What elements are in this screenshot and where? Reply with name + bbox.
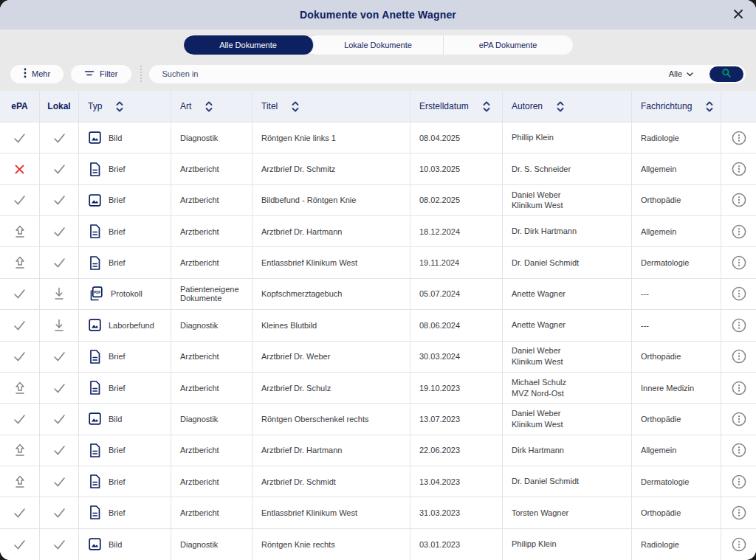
filter-button-label: Filter — [100, 69, 117, 78]
tab-alle-dokumente[interactable]: Alle Dokumente — [184, 35, 314, 55]
typ-cell: Bild — [79, 529, 171, 560]
check-icon — [52, 257, 66, 269]
typ-label: Bild — [109, 415, 122, 424]
more-button[interactable]: Mehr — [10, 65, 63, 83]
table-row[interactable]: BildDiagnostikRöntgen Knie links 108.04.… — [0, 122, 756, 153]
row-actions-button[interactable] — [731, 255, 747, 271]
sort-chevrons-icon[interactable] — [291, 100, 300, 113]
table-row[interactable]: BriefArztberichtEntlassbrief Klinikum We… — [0, 247, 756, 278]
typ-label: Bild — [109, 134, 122, 142]
row-actions-button[interactable] — [731, 317, 747, 333]
row-actions-button[interactable] — [731, 286, 747, 302]
search-field-container: Alle — [149, 65, 746, 83]
autoren-cell: Daniel WeberKlinikum West — [503, 185, 632, 216]
row-actions-button[interactable] — [731, 536, 747, 553]
autor-line: Dr. Daniel Schmidt — [512, 476, 579, 487]
autor-line: Klinikum West — [512, 356, 563, 367]
search-input[interactable] — [162, 69, 669, 78]
row-actions-button[interactable] — [731, 474, 747, 490]
search-scope-dropdown[interactable]: Alle — [669, 69, 693, 78]
row-actions-button[interactable] — [731, 130, 747, 146]
sort-chevrons-icon[interactable] — [205, 100, 213, 113]
table-row[interactable]: BriefArztberichtArztbrief Dr. Schmitz10.… — [0, 153, 756, 184]
autor-line: Torsten Wagner — [512, 508, 568, 519]
epa-status-cell — [0, 404, 40, 435]
lokal-status-cell — [40, 216, 79, 247]
info-kebab-icon — [731, 317, 747, 333]
table-row[interactable]: BriefArztberichtArztbrief Dr. Hartmann22… — [0, 435, 756, 466]
titel-cell: Entlassbrief Klinikum West — [252, 247, 410, 278]
column-header-actions — [721, 91, 756, 122]
table-row[interactable]: BriefArztberichtEntlassbrief Klinikum We… — [0, 497, 756, 528]
table-row[interactable]: BildDiagnostikRöntgen Oberschenkel recht… — [0, 404, 756, 435]
typ-label: Brief — [109, 477, 126, 486]
actions-cell — [721, 529, 756, 560]
check-icon — [52, 132, 66, 144]
sort-chevrons-icon[interactable] — [482, 100, 491, 113]
filter-button[interactable]: Filter — [71, 65, 131, 83]
row-actions-button[interactable] — [731, 380, 747, 396]
table-row[interactable]: BriefArztberichtArztbrief Dr. Weber30.03… — [0, 342, 756, 373]
sort-chevrons-icon[interactable] — [705, 100, 714, 113]
autor-line: Dirk Hartmann — [512, 445, 564, 456]
erstelldatum-cell: 08.02.2025 — [410, 185, 503, 216]
tab-epa-dokumente[interactable]: ePA Dokumente — [444, 35, 573, 55]
lokal-status-cell — [40, 373, 79, 404]
autor-line: Daniel Weber — [512, 345, 563, 356]
table-row[interactable]: BriefArztberichtArztbrief Dr. Schulz19.1… — [0, 373, 756, 404]
close-button[interactable] — [729, 6, 747, 24]
lokal-status-cell — [40, 153, 79, 184]
art-cell: Diagnostik — [171, 404, 252, 435]
pdf-icon: PDF — [88, 286, 104, 302]
titel-cell: Arztbrief Dr. Schmitz — [252, 153, 410, 184]
document-icon — [88, 349, 102, 364]
table-row[interactable]: BildDiagnostikRöntgen Knie rechts03.01.2… — [0, 529, 756, 560]
column-label: Art — [180, 101, 191, 111]
search-scope-value: Alle — [669, 69, 682, 78]
tab-lokale-dokumente[interactable]: Lokale Dokumente — [314, 35, 444, 55]
row-actions-button[interactable] — [731, 411, 747, 427]
column-header-fachrichtung[interactable]: Fachrichtung — [632, 91, 721, 122]
search-submit-button[interactable] — [709, 66, 743, 82]
actions-cell — [721, 216, 756, 247]
titel-cell: Bildbefund - Röntgen Knie — [252, 185, 410, 216]
column-header-typ[interactable]: Typ — [79, 91, 171, 122]
column-header-autoren[interactable]: Autoren — [503, 91, 632, 122]
image-icon — [88, 131, 102, 145]
sort-chevrons-icon[interactable] — [115, 100, 124, 113]
table-row[interactable]: PDFProtokollPatienteneigene DokumenteKop… — [0, 279, 756, 310]
erstelldatum-cell: 08.04.2025 — [410, 122, 503, 153]
table-row[interactable]: BriefArztberichtBildbefund - Röntgen Kni… — [0, 185, 756, 216]
column-header-art[interactable]: Art — [171, 91, 252, 122]
table-row[interactable]: BriefArztberichtArztbrief Dr. Schmidt13.… — [0, 466, 756, 497]
erstelldatum-cell: 10.03.2025 — [410, 153, 503, 184]
row-actions-button[interactable] — [731, 192, 747, 208]
column-label: Titel — [261, 101, 278, 111]
epa-status-cell — [0, 373, 40, 404]
fachrichtung-cell: Allgemein — [632, 435, 721, 466]
column-header-titel[interactable]: Titel — [252, 91, 410, 122]
row-actions-button[interactable] — [731, 505, 747, 521]
typ-cell: Brief — [79, 497, 171, 528]
row-actions-button[interactable] — [731, 348, 747, 364]
art-cell: Arztbericht — [171, 247, 252, 278]
row-actions-button[interactable] — [731, 161, 747, 177]
fachrichtung-cell: Allgemein — [632, 153, 721, 184]
erstelldatum-cell: 13.04.2023 — [410, 466, 503, 497]
autor-line: Dr. S. Schneider — [512, 164, 571, 175]
documents-dialog: Dokumente von Anette Wagner Alle Dokumen… — [0, 0, 756, 560]
info-kebab-icon — [731, 130, 747, 146]
epa-status-cell — [0, 310, 40, 341]
svg-text:PDF: PDF — [94, 291, 100, 294]
table-row[interactable]: LaborbefundDiagnostikKleines Blutbild08.… — [0, 310, 756, 341]
info-kebab-icon — [731, 255, 747, 271]
table-row[interactable]: BriefArztberichtArztbrief Dr. Hartmann18… — [0, 216, 756, 247]
fachrichtung-cell: Radiologie — [632, 122, 721, 153]
column-header-datum[interactable]: Erstelldatum — [410, 91, 503, 122]
column-label: Autoren — [512, 101, 543, 111]
autoren-cell: Dr. Daniel Schmidt — [503, 466, 632, 497]
sort-chevrons-icon[interactable] — [556, 100, 565, 113]
row-actions-button[interactable] — [731, 224, 747, 240]
row-actions-button[interactable] — [731, 442, 747, 458]
check-icon — [13, 539, 27, 550]
